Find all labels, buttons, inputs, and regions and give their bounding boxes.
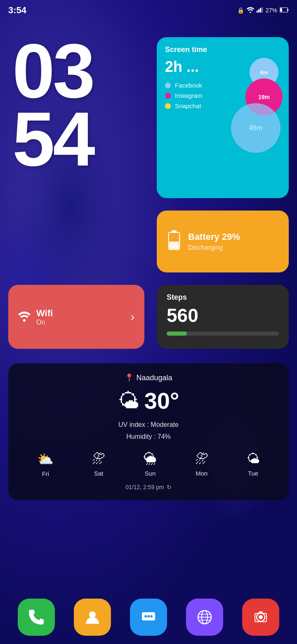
svg-point-23	[259, 615, 263, 619]
svg-rect-4	[262, 7, 263, 12]
fri-icon: ⛅	[37, 451, 54, 467]
facebook-label: Facebook	[175, 82, 202, 89]
shield-icon: 🔒	[237, 7, 244, 14]
wifi-chevron-icon: ›	[131, 310, 134, 324]
dock-screen-capture-icon[interactable]	[242, 599, 279, 636]
forecast-tue: 🌤 Tue	[247, 451, 260, 477]
wifi-label: Wifi	[36, 308, 53, 319]
forecast-fri: ⛅ Fri	[37, 451, 54, 477]
instagram-label: Instagram	[175, 92, 203, 99]
svg-point-14	[144, 615, 147, 618]
dock	[8, 599, 289, 636]
svg-rect-1	[257, 10, 258, 12]
usage-bubbles: 8m 19m 45m	[217, 58, 283, 140]
steps-count: 560	[167, 304, 279, 327]
svg-rect-10	[169, 242, 179, 249]
svg-rect-6	[288, 9, 288, 11]
weather-location: 📍 Naadugala	[18, 373, 279, 382]
forecast-sat: ⛈ Sat	[92, 451, 105, 477]
wifi-text: Wifi On	[36, 308, 53, 326]
battery-info: Battery 29% Discharging	[188, 232, 240, 251]
screen-time-title: Screen time	[165, 45, 280, 54]
battery-status-text: 27%	[266, 7, 277, 14]
status-bar: 3:54 🔒 27%	[0, 0, 297, 21]
svg-rect-9	[172, 230, 177, 233]
weather-temp-row: 🌤 30°	[18, 387, 279, 414]
steps-title: Steps	[167, 293, 279, 302]
wifi-status-icon	[247, 7, 254, 14]
wifi-icon	[18, 310, 31, 324]
steps-progress-bar-bg	[167, 331, 279, 336]
clock-widget: 03 54	[12, 33, 93, 178]
dock-contacts-icon[interactable]	[74, 599, 111, 636]
uv-index: UV index : Moderate	[18, 419, 279, 431]
instagram-dot	[165, 93, 171, 99]
svg-point-16	[150, 615, 153, 618]
battery-widget[interactable]: Battery 29% Discharging	[157, 211, 289, 272]
weather-forecast: ⛅ Fri ⛈ Sat 🌦 Sun ⛈ Mon 🌤 Tue	[18, 451, 279, 477]
wifi-left: Wifi On	[18, 308, 53, 326]
battery-widget-icon	[167, 230, 182, 254]
svg-point-15	[147, 615, 150, 618]
refresh-icon: ↻	[167, 484, 172, 490]
snapchat-bubble: 45m	[231, 103, 280, 153]
wifi-status: On	[36, 319, 53, 326]
sat-label: Sat	[94, 470, 104, 477]
steps-widget[interactable]: Steps 560	[157, 285, 289, 349]
weather-details: UV index : Moderate Humidity : 74%	[18, 419, 279, 443]
signal-icon	[257, 7, 263, 14]
weather-widget[interactable]: 📍 Naadugala 🌤 30° UV index : Moderate Hu…	[8, 363, 289, 500]
tue-icon: 🌤	[247, 451, 260, 466]
dock-messages-icon[interactable]	[130, 599, 167, 636]
battery-subtitle: Discharging	[188, 244, 240, 251]
status-icons: 🔒 27%	[237, 7, 289, 14]
sun-label: Sun	[145, 470, 156, 477]
mon-label: Mon	[196, 470, 207, 477]
dock-browser-icon[interactable]	[186, 599, 223, 636]
battery-icon	[280, 7, 289, 14]
svg-rect-3	[260, 8, 261, 12]
weather-main-icon: 🌤	[118, 388, 139, 413]
svg-point-12	[89, 611, 96, 618]
svg-rect-7	[280, 8, 282, 12]
clock-minutes: 54	[12, 101, 93, 178]
status-time: 3:54	[8, 5, 26, 16]
mon-icon: ⛈	[195, 451, 208, 466]
steps-progress-bar-fill	[167, 331, 187, 336]
fri-label: Fri	[42, 470, 50, 477]
weather-timestamp: 01/12, 2:59 pm ↻	[18, 484, 279, 490]
battery-title: Battery 29%	[188, 232, 240, 242]
snapchat-dot	[165, 103, 171, 109]
sun-icon: 🌦	[144, 451, 157, 466]
humidity: Humidity : 74%	[18, 431, 279, 443]
tue-label: Tue	[248, 470, 258, 477]
location-pin-icon: 📍	[125, 373, 134, 382]
weather-temperature: 30°	[144, 387, 179, 414]
sat-icon: ⛈	[92, 451, 105, 466]
svg-rect-25	[259, 611, 263, 614]
snapchat-label: Snapchat	[175, 102, 201, 109]
facebook-dot	[165, 83, 171, 88]
screen-time-widget[interactable]: Screen time 2h ... Facebook Instagram Sn…	[157, 37, 289, 198]
svg-point-11	[23, 319, 26, 321]
svg-rect-2	[258, 9, 259, 12]
forecast-mon: ⛈ Mon	[195, 451, 208, 477]
wifi-widget[interactable]: Wifi On ›	[8, 285, 144, 349]
dock-phone-icon[interactable]	[18, 599, 55, 636]
forecast-sun: 🌦 Sun	[144, 451, 157, 477]
svg-point-0	[250, 12, 251, 13]
